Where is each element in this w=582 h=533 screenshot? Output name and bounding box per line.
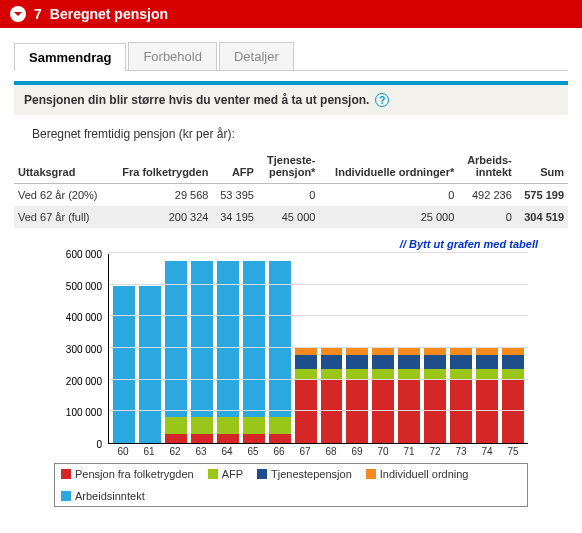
x-tick: 73: [450, 446, 472, 457]
y-tick: 400 000: [54, 312, 102, 323]
legend-item-ft: Pensjon fra folketrygden: [61, 468, 194, 480]
x-tick: 67: [294, 446, 316, 457]
table-subtitle: Beregnet fremtidig pensjon (kr per år):: [32, 127, 564, 141]
panel-title: Beregnet pensjon: [50, 6, 168, 22]
info-text: Pensjonen din blir større hvis du venter…: [24, 93, 369, 107]
bar: [295, 347, 317, 443]
x-axis: 60616263646566676869707172737475: [108, 444, 528, 457]
x-tick: 66: [268, 446, 290, 457]
legend-item-tp: Tjenestepensjon: [257, 468, 352, 480]
panel-content: Sammendrag Forbehold Detaljer Pensjonen …: [0, 28, 582, 517]
x-tick: 64: [216, 446, 238, 457]
bar: [450, 347, 472, 443]
x-tick: 70: [372, 446, 394, 457]
bar: [372, 347, 394, 443]
bar: [321, 347, 343, 443]
pension-table: Uttaksgrad Fra folketrygden AFP Tjeneste…: [14, 149, 568, 228]
col-arbeidsinntekt: Arbeids-inntekt: [458, 149, 515, 184]
bar: [269, 261, 291, 443]
bar: [113, 286, 135, 443]
row-label: Ved 62 år (20%): [14, 184, 110, 207]
legend-item-ind: Individuell ordning: [366, 468, 469, 480]
row-label: Ved 67 år (full): [14, 206, 110, 228]
col-tjenestepensjon: Tjeneste-pensjon*: [258, 149, 319, 184]
col-afp: AFP: [212, 149, 257, 184]
x-tick: 61: [138, 446, 160, 457]
bar: [398, 347, 420, 443]
col-folketrygden: Fra folketrygden: [110, 149, 213, 184]
chevron-down-icon: [10, 6, 26, 22]
table-row: Ved 67 år (full) 200 324 34 195 45 000 2…: [14, 206, 568, 228]
x-tick: 68: [320, 446, 342, 457]
col-uttaksgrad: Uttaksgrad: [14, 149, 110, 184]
y-tick: 600 000: [54, 249, 102, 260]
col-sum: Sum: [516, 149, 568, 184]
chart: 0100 000200 000300 000400 000500 000600 …: [54, 254, 528, 507]
x-tick: 62: [164, 446, 186, 457]
bar: [191, 261, 213, 443]
tab-detaljer[interactable]: Detaljer: [219, 42, 294, 70]
tab-bar: Sammendrag Forbehold Detaljer: [14, 42, 568, 71]
bar: [139, 286, 161, 443]
x-tick: 69: [346, 446, 368, 457]
bar: [346, 347, 368, 443]
y-tick: 300 000: [54, 344, 102, 355]
x-tick: 63: [190, 446, 212, 457]
help-icon[interactable]: ?: [375, 93, 389, 107]
x-tick: 65: [242, 446, 264, 457]
bar: [502, 347, 524, 443]
x-tick: 75: [502, 446, 524, 457]
tab-sammendrag[interactable]: Sammendrag: [14, 43, 126, 71]
table-row: Ved 62 år (20%) 29 568 53 395 0 0 492 23…: [14, 184, 568, 207]
x-tick: 71: [398, 446, 420, 457]
y-tick: 500 000: [54, 280, 102, 291]
bar: [217, 261, 239, 443]
legend: Pensjon fra folketrygden AFP Tjenestepen…: [54, 463, 528, 507]
legend-item-arb: Arbeidsinntekt: [61, 490, 145, 502]
tab-forbehold[interactable]: Forbehold: [128, 42, 217, 70]
x-tick: 74: [476, 446, 498, 457]
y-tick: 100 000: [54, 407, 102, 418]
info-box: Pensjonen din blir større hvis du venter…: [14, 81, 568, 115]
plot-area: [108, 254, 528, 444]
bar: [476, 347, 498, 443]
bar: [243, 261, 265, 443]
x-tick: 60: [112, 446, 134, 457]
step-number: 7: [34, 6, 42, 22]
y-tick: 0: [54, 439, 102, 450]
legend-item-afp: AFP: [208, 468, 243, 480]
y-axis: 0100 000200 000300 000400 000500 000600 …: [54, 254, 108, 444]
y-tick: 200 000: [54, 375, 102, 386]
x-tick: 72: [424, 446, 446, 457]
bar: [165, 261, 187, 443]
panel-header: 7 Beregnet pensjon: [0, 0, 582, 28]
bar: [424, 347, 446, 443]
col-individuelle: Individuelle ordninger*: [319, 149, 458, 184]
